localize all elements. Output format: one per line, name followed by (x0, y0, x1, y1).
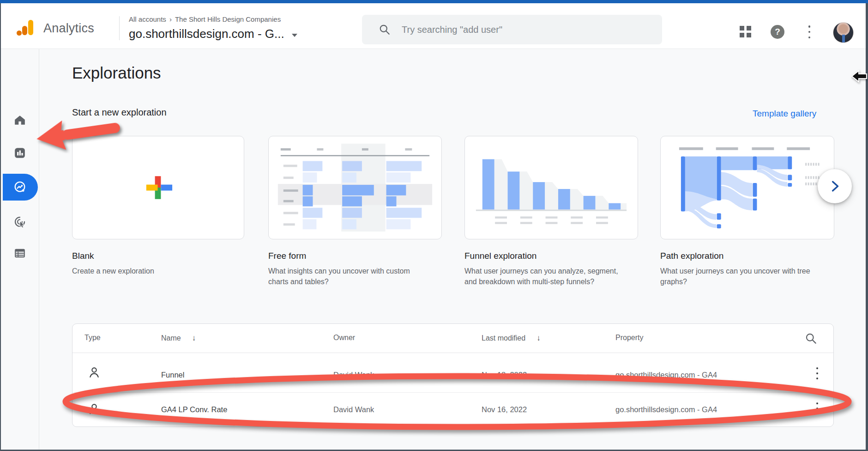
card-title-funnel: Funnel exploration (464, 251, 536, 261)
chevron-right-icon (829, 180, 841, 192)
funnel-bars-graphic (465, 136, 638, 239)
user-avatar[interactable] (833, 22, 854, 43)
chevron-down-icon (292, 34, 297, 37)
column-header-last-modified-label[interactable]: Last modified (482, 334, 525, 342)
template-gallery-link[interactable]: Template gallery (753, 109, 816, 119)
search-input[interactable] (401, 24, 643, 36)
left-nav (1, 49, 39, 450)
table-search-icon[interactable] (805, 332, 817, 347)
column-header-name[interactable]: Name↓ (161, 334, 196, 343)
reports-icon (14, 147, 26, 159)
sidebar-item-advertising[interactable] (1, 210, 39, 234)
library-icon (14, 247, 26, 259)
property-selector[interactable]: go.shorthillsdesign.com - G... (129, 25, 297, 42)
column-header-last-modified[interactable]: Last modified↓ (482, 334, 541, 343)
help-icon[interactable]: ? (771, 25, 784, 39)
breadcrumb-all-accounts[interactable]: All accounts (129, 15, 166, 23)
property-name[interactable]: go.shorthillsdesign.com - G... (129, 27, 284, 41)
exploration-name[interactable]: GA4 LP Conv. Rate (161, 405, 227, 414)
exploration-property: go.shorthillsdesign.com - GA4 (615, 371, 717, 379)
header-divider (119, 16, 120, 40)
exploration-last-modified: Nov 16, 2022 (482, 405, 527, 414)
advertising-icon (13, 215, 26, 228)
exploration-property: go.shorthillsdesign.com - GA4 (615, 405, 717, 414)
card-title-path: Path exploration (660, 251, 723, 261)
sidebar-item-reports[interactable] (1, 141, 39, 165)
table-row[interactable]: Funnel David Wank Nov 18, 2022 go.shorth… (72, 353, 833, 393)
carousel-next-button[interactable] (818, 169, 852, 203)
page-title: Explorations (72, 64, 161, 82)
card-path-exploration[interactable] (660, 136, 834, 239)
card-desc-free-form: What insights can you uncover with custo… (268, 266, 431, 287)
sort-desc-icon[interactable]: ↓ (192, 334, 196, 342)
explore-icon (13, 180, 27, 194)
search-icon (379, 24, 391, 36)
explorations-table: Type Name↓ Owner Last modified↓ Property (72, 323, 834, 427)
table-row[interactable]: GA4 LP Conv. Rate David Wank Nov 16, 202… (72, 392, 833, 427)
sidebar-item-home[interactable] (1, 108, 39, 132)
column-header-owner: Owner (333, 334, 355, 342)
exploration-owner: David Wank (333, 371, 374, 379)
help-glyph: ? (775, 27, 780, 37)
freeform-table-graphic (269, 136, 441, 239)
card-free-form[interactable] (268, 136, 442, 239)
path-sankey-graphic (661, 136, 834, 239)
column-header-type: Type (84, 334, 101, 342)
google-analytics-logo-icon (17, 20, 33, 36)
breadcrumb-separator-icon: › (169, 15, 172, 23)
row-menu-icon[interactable] (814, 367, 820, 379)
apps-grid-icon[interactable] (740, 26, 752, 38)
global-search[interactable] (362, 15, 662, 44)
new-exploration-section-title: Start a new exploration (72, 107, 167, 118)
table-header-row: Type Name↓ Owner Last modified↓ Property (72, 324, 833, 353)
card-blank[interactable] (72, 136, 244, 239)
product-name: Analytics (43, 21, 94, 36)
column-header-name-label[interactable]: Name (161, 334, 181, 342)
exploration-name[interactable]: Funnel (161, 371, 184, 379)
plus-icon (72, 136, 244, 239)
sidebar-item-explore[interactable] (1, 175, 39, 199)
card-title-free-form: Free form (268, 251, 306, 261)
app-header: Analytics All accounts›The Short Hills D… (1, 3, 866, 49)
header-more-menu-icon[interactable] (806, 25, 813, 38)
window-border-right (866, 0, 868, 451)
exploration-last-modified: Nov 18, 2022 (482, 371, 527, 379)
sort-desc-icon[interactable]: ↓ (536, 334, 541, 342)
window-border-top (0, 0, 868, 3)
card-desc-blank: Create a new exploration (72, 266, 235, 276)
card-funnel-exploration[interactable] (464, 136, 638, 239)
card-desc-path: What user journeys can you uncover with … (660, 266, 832, 287)
home-icon (14, 114, 26, 126)
breadcrumb-account-name[interactable]: The Short Hills Design Companies (175, 15, 281, 23)
column-header-property: Property (615, 334, 643, 342)
exploration-owner: David Wank (333, 405, 374, 414)
person-icon (88, 402, 101, 415)
sidebar-item-library[interactable] (1, 241, 39, 265)
row-menu-icon[interactable] (814, 402, 820, 414)
analytics-app-window: Analytics All accounts›The Short Hills D… (0, 0, 868, 451)
breadcrumb[interactable]: All accounts›The Short Hills Design Comp… (129, 15, 281, 23)
window-border-left (0, 0, 1, 451)
person-icon (88, 366, 101, 379)
card-title-blank: Blank (72, 251, 94, 261)
card-desc-funnel: What user journeys can you analyze, segm… (464, 266, 627, 287)
